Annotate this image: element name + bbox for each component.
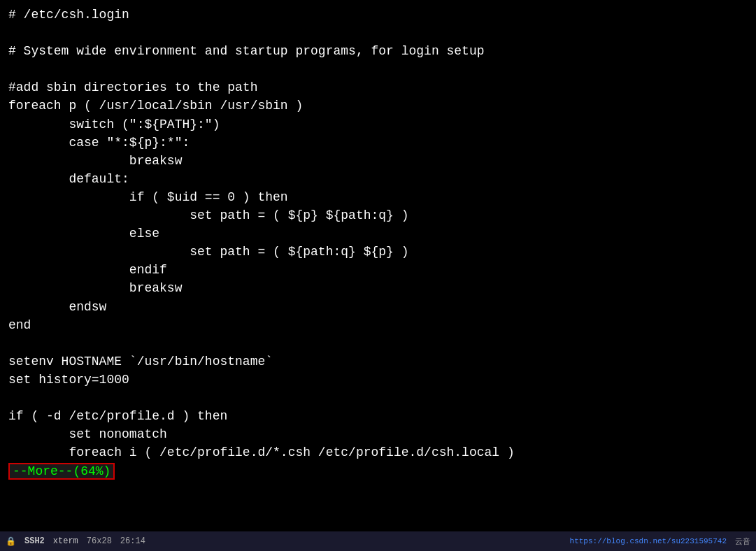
xterm-label: xterm xyxy=(53,536,78,546)
status-left: 🔒 SSH2 xterm 76x28 26:14 xyxy=(6,536,145,547)
code-line-14: set path = ( ${path:q} ${p} ) xyxy=(8,245,409,259)
code-line-12: set path = ( ${p} ${path:q} ) xyxy=(8,208,409,222)
code-line-5: #add sbin directories to the path xyxy=(8,80,257,94)
code-line-23: if ( -d /etc/profile.d ) then xyxy=(8,409,227,423)
code-line-16: breaksw xyxy=(8,281,182,295)
code-line-6: foreach p ( /usr/local/sbin /usr/sbin ) xyxy=(8,99,303,113)
status-right: https://blog.csdn.net/su2231595742 云音 xyxy=(570,536,750,547)
ssh-label: SSH2 xyxy=(24,536,45,546)
code-line-1: # /etc/csh.login xyxy=(8,8,129,22)
url-label: https://blog.csdn.net/su2231595742 xyxy=(570,537,727,545)
code-line-7: switch (":${PATH}:") xyxy=(8,117,220,131)
dimensions-label: 76x28 xyxy=(87,536,112,546)
code-line-24: set nonomatch xyxy=(8,427,167,441)
code-line-9: breaksw xyxy=(8,154,182,168)
code-line-15: endif xyxy=(8,263,167,277)
code-line-18: end xyxy=(8,318,31,332)
more-prompt-line: --More--(64%) xyxy=(8,463,748,480)
code-line-21: set history=1000 xyxy=(8,373,129,387)
code-line-17: endsw xyxy=(8,300,106,314)
time-label: 26:14 xyxy=(120,536,145,546)
code-line-8: case "*:${p}:*": xyxy=(8,136,190,150)
status-bar: 🔒 SSH2 xterm 76x28 26:14 https://blog.cs… xyxy=(0,531,756,551)
code-line-11: if ( $uid == 0 ) then xyxy=(8,190,288,204)
code-line-20: setenv HOSTNAME `/usr/bin/hostname` xyxy=(8,355,273,368)
code-line-3: # System wide environment and startup pr… xyxy=(8,44,485,58)
terminal: # /etc/csh.login # System wide environme… xyxy=(0,0,756,551)
lang-label: 云音 xyxy=(735,536,750,547)
more-prompt-text: --More--(64%) xyxy=(8,463,115,480)
code-line-13: else xyxy=(8,227,159,241)
code-content: # /etc/csh.login # System wide environme… xyxy=(8,6,748,461)
code-line-10: default: xyxy=(8,172,129,186)
lock-icon: 🔒 xyxy=(6,536,16,547)
code-line-25: foreach i ( /etc/profile.d/*.csh /etc/pr… xyxy=(8,445,515,459)
